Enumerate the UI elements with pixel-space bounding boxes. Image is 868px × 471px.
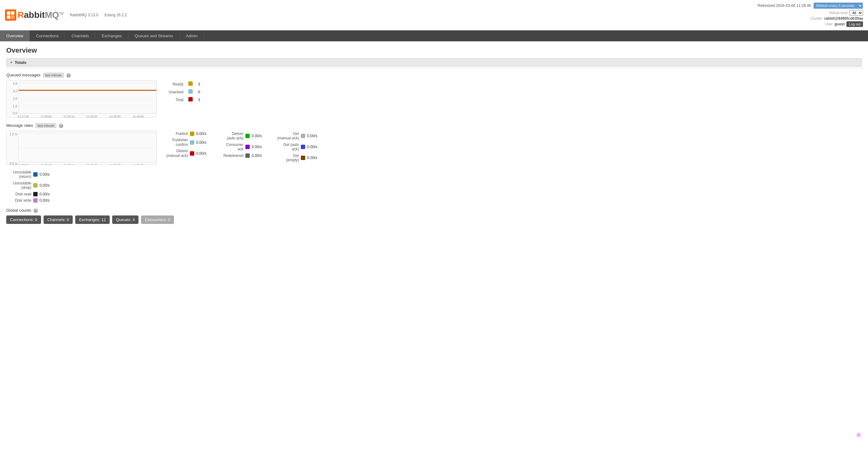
rate-get-auto-value: 0.00/s xyxy=(307,145,324,149)
totals-label: Totals xyxy=(15,60,26,65)
rate-get-auto-color xyxy=(301,145,305,149)
svg-rect-1 xyxy=(11,11,14,15)
legend-ready-label: Ready xyxy=(166,80,186,88)
rate-deliver-auto-value: 0.00/s xyxy=(252,134,269,138)
rate-get-manual-value: 0.00/s xyxy=(307,134,324,138)
svg-text:11:28:20: 11:28:20 xyxy=(86,115,97,118)
svg-text:11:27:50: 11:27:50 xyxy=(18,115,29,118)
legend-unacked-color xyxy=(186,88,195,96)
logo-area: RabbitMQTM RabbitMQ 3.13.0 Erlang 26.2.2 xyxy=(5,9,127,21)
rate-publisher-confirm-label: Publisherconfirm xyxy=(163,138,188,147)
cluster-label: Cluster xyxy=(810,16,822,21)
rate-get-manual: Get(manual ack) 0.00/s xyxy=(274,131,324,141)
rates-col3: Get(manual ack) 0.00/s Get (autoack) 0.0… xyxy=(274,131,324,163)
exchanges-badge[interactable]: Exchanges: 11 xyxy=(75,215,110,224)
queued-chart: 4.0 3.0 2.0 1.0 0.0 xyxy=(6,80,157,118)
rates-help-icon[interactable]: ? xyxy=(59,124,63,128)
legend-total-color xyxy=(186,96,195,104)
rate-disk-read-label: Disk read xyxy=(6,192,31,196)
global-counts-title: Global counts ? xyxy=(6,208,862,213)
consumers-badge[interactable]: Consumers: 0 xyxy=(141,215,174,224)
rate-deliver-manual-value: 0.00/s xyxy=(196,151,213,156)
nav-connections[interactable]: Connections xyxy=(30,30,65,41)
rate-disk-read: Disk read 0.00/s xyxy=(6,191,57,197)
nav-exchanges[interactable]: Exchanges xyxy=(95,30,128,41)
global-counts-help-icon[interactable]: ? xyxy=(34,209,38,213)
rate-consumer-ack-label: Consumerack xyxy=(218,142,244,152)
totals-header[interactable]: ▼ Totals xyxy=(6,58,862,67)
rate-unroutable-return-label: Unroutable(return) xyxy=(6,170,31,179)
svg-text:11:28:00: 11:28:00 xyxy=(40,115,52,118)
svg-text:0.0: 0.0 xyxy=(13,111,17,115)
totals-section: ▼ Totals Queued messages last minute ? 4… xyxy=(6,58,862,224)
rate-get-auto: Get (autoack) 0.00/s xyxy=(274,141,324,153)
refresh-select[interactable]: Refresh every 5 seconds Refresh every 10… xyxy=(813,2,863,9)
rate-unroutable-return-color xyxy=(33,172,38,177)
top-right: Refreshed 2024-03-06 11:28:46 Refresh ev… xyxy=(758,2,863,28)
legend-ready-value: 3 xyxy=(195,80,203,88)
refreshed-time: Refreshed 2024-03-06 11:28:46 xyxy=(758,3,811,8)
rate-unroutable-return: Unroutable(return) 0.00/s xyxy=(6,169,57,180)
legend-total-value: 3 xyxy=(195,96,203,104)
logo: RabbitMQTM xyxy=(5,9,64,21)
rate-unroutable-drop-color xyxy=(33,183,38,188)
queued-legend: Ready 3 Unacked 0 Total 3 xyxy=(166,80,203,104)
queues-badge[interactable]: Queues: 4 xyxy=(112,215,138,224)
user-label: User xyxy=(825,22,833,26)
cluster-value: rabbit@8490fcdb30aa xyxy=(824,16,863,21)
rate-redelivered-color xyxy=(245,154,250,158)
legend-unacked: Unacked 0 xyxy=(166,88,203,96)
rates-col2: Deliver(auto ack) 0.00/s Consumerack 0.0… xyxy=(218,131,269,159)
svg-rect-3 xyxy=(11,15,14,19)
rate-unroutable-drop: Unroutable(drop) 0.00/s xyxy=(6,180,57,191)
rate-redelivered-label: Redelivered xyxy=(218,154,244,158)
queued-help-icon[interactable]: ? xyxy=(66,73,71,78)
svg-text:1.0 /s: 1.0 /s xyxy=(10,132,17,136)
legend-total-label: Total xyxy=(166,96,186,104)
svg-text:11:28:40: 11:28:40 xyxy=(132,115,144,118)
rates-col4: Unroutable(return) 0.00/s Unroutable(dro… xyxy=(6,169,57,204)
nav-overview[interactable]: Overview xyxy=(0,30,30,41)
legend-ready-color xyxy=(186,80,195,88)
channels-badge[interactable]: Channels: 0 xyxy=(43,215,73,224)
rate-deliver-auto-color xyxy=(245,134,250,138)
user-value: guest xyxy=(834,22,844,26)
rate-get-empty-label: Get(empty) xyxy=(274,154,299,163)
logo-text: RabbitMQTM xyxy=(18,10,64,20)
svg-rect-14 xyxy=(19,82,156,113)
nav-admin[interactable]: Admin xyxy=(180,30,204,41)
logo-tm: TM xyxy=(59,12,63,15)
rate-disk-write-color xyxy=(33,198,38,203)
svg-text:11:28:10: 11:28:10 xyxy=(63,164,74,165)
svg-text:11:28:20: 11:28:20 xyxy=(86,164,97,165)
logo-icon xyxy=(5,9,16,21)
nav-queues[interactable]: Queues and Streams xyxy=(128,30,180,41)
queued-chart-container: 4.0 3.0 2.0 1.0 0.0 xyxy=(6,80,157,119)
logout-button[interactable]: Log out xyxy=(846,21,863,27)
nav-channels[interactable]: Channels xyxy=(65,30,95,41)
rates-col4-area: Unroutable(return) 0.00/s Unroutable(dro… xyxy=(6,169,862,204)
queued-messages-title: Queued messages last minute ? xyxy=(6,73,862,78)
rate-deliver-auto-label: Deliver(auto ack) xyxy=(218,132,244,141)
rate-get-auto-label: Get (autoack) xyxy=(274,142,299,152)
queued-chart-area: 4.0 3.0 2.0 1.0 0.0 xyxy=(6,80,862,119)
connections-badge[interactable]: Connections: 0 xyxy=(6,215,41,224)
vhost-label: Virtual host xyxy=(829,11,848,15)
rate-disk-write-label: Disk write xyxy=(6,198,31,203)
svg-rect-2 xyxy=(7,15,10,19)
rate-get-empty-color xyxy=(301,156,305,160)
version-info: RabbitMQ 3.13.0 xyxy=(70,13,98,17)
message-rates-title: Message rates last minute ? xyxy=(6,123,862,128)
rate-unroutable-drop-value: 0.00/s xyxy=(39,183,57,188)
svg-text:0.0 /s: 0.0 /s xyxy=(10,162,17,165)
svg-text:11:28:30: 11:28:30 xyxy=(110,164,120,165)
rate-publish-label: Publish xyxy=(163,132,188,136)
page-title: Overview xyxy=(6,46,862,55)
vhost-select[interactable]: All xyxy=(849,10,863,16)
rate-get-empty-value: 0.00/s xyxy=(307,156,324,160)
rate-publisher-confirm-value: 0.00/s xyxy=(196,140,213,145)
queued-messages-section: Queued messages last minute ? 4.0 3.0 2.… xyxy=(6,73,862,119)
svg-text:11:28:00: 11:28:00 xyxy=(40,164,52,165)
rate-disk-write-value: 0.00/s xyxy=(39,198,57,203)
svg-text:11:28:10: 11:28:10 xyxy=(63,115,74,118)
